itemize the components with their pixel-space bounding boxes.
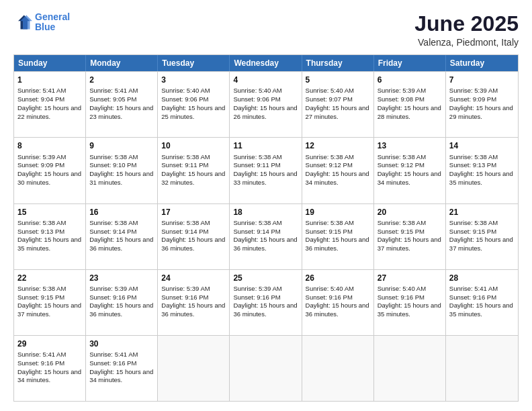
day-19: 19 Sunrise: 5:38 AM Sunset: 9:15 PM Dayl…: [302, 204, 374, 269]
day-12: 12 Sunrise: 5:38 AM Sunset: 9:12 PM Dayl…: [302, 138, 374, 203]
header-wednesday: Wednesday: [230, 55, 302, 71]
day-18: 18 Sunrise: 5:38 AM Sunset: 9:14 PM Dayl…: [230, 204, 302, 269]
day-24: 24 Sunrise: 5:39 AM Sunset: 9:16 PM Dayl…: [158, 270, 230, 335]
empty-cell-3: [302, 336, 374, 401]
logo: General Blue: [13, 12, 70, 33]
week-5: 29 Sunrise: 5:41 AM Sunset: 9:16 PM Dayl…: [14, 335, 518, 401]
day-21: 21 Sunrise: 5:38 AM Sunset: 9:15 PM Dayl…: [446, 204, 518, 269]
logo-text: General Blue: [35, 12, 70, 33]
header: General Blue June 2025 Valenza, Piedmont…: [13, 12, 519, 48]
day-26: 26 Sunrise: 5:40 AM Sunset: 9:16 PM Dayl…: [302, 270, 374, 335]
day-5: 5 Sunrise: 5:40 AM Sunset: 9:07 PM Dayli…: [302, 72, 374, 137]
day-17: 17 Sunrise: 5:38 AM Sunset: 9:14 PM Dayl…: [158, 204, 230, 269]
day-10: 10 Sunrise: 5:38 AM Sunset: 9:11 PM Dayl…: [158, 138, 230, 203]
day-11: 11 Sunrise: 5:38 AM Sunset: 9:11 PM Dayl…: [230, 138, 302, 203]
day-6: 6 Sunrise: 5:39 AM Sunset: 9:08 PM Dayli…: [374, 72, 446, 137]
header-tuesday: Tuesday: [158, 55, 230, 71]
day-29: 29 Sunrise: 5:41 AM Sunset: 9:16 PM Dayl…: [14, 336, 86, 401]
header-monday: Monday: [86, 55, 158, 71]
empty-cell-5: [446, 336, 518, 401]
header-thursday: Thursday: [302, 55, 374, 71]
day-16: 16 Sunrise: 5:38 AM Sunset: 9:14 PM Dayl…: [86, 204, 158, 269]
day-2: 2 Sunrise: 5:41 AM Sunset: 9:05 PM Dayli…: [86, 72, 158, 137]
day-20: 20 Sunrise: 5:38 AM Sunset: 9:15 PM Dayl…: [374, 204, 446, 269]
empty-cell-1: [158, 336, 230, 401]
day-22: 22 Sunrise: 5:38 AM Sunset: 9:15 PM Dayl…: [14, 270, 86, 335]
day-23: 23 Sunrise: 5:39 AM Sunset: 9:16 PM Dayl…: [86, 270, 158, 335]
logo-line2: Blue: [35, 21, 55, 32]
title-section: June 2025 Valenza, Piedmont, Italy: [414, 12, 519, 48]
empty-cell-2: [230, 336, 302, 401]
calendar-header: Sunday Monday Tuesday Wednesday Thursday…: [14, 55, 518, 71]
week-1: 1 Sunrise: 5:41 AM Sunset: 9:04 PM Dayli…: [14, 71, 518, 137]
day-27: 27 Sunrise: 5:40 AM Sunset: 9:16 PM Dayl…: [374, 270, 446, 335]
day-13: 13 Sunrise: 5:38 AM Sunset: 9:12 PM Dayl…: [374, 138, 446, 203]
day-30: 30 Sunrise: 5:41 AM Sunset: 9:16 PM Dayl…: [86, 336, 158, 401]
header-friday: Friday: [374, 55, 446, 71]
header-saturday: Saturday: [446, 55, 518, 71]
day-7: 7 Sunrise: 5:39 AM Sunset: 9:09 PM Dayli…: [446, 72, 518, 137]
day-15: 15 Sunrise: 5:38 AM Sunset: 9:13 PM Dayl…: [14, 204, 86, 269]
day-8: 8 Sunrise: 5:39 AM Sunset: 9:09 PM Dayli…: [14, 138, 86, 203]
day-1: 1 Sunrise: 5:41 AM Sunset: 9:04 PM Dayli…: [14, 72, 86, 137]
week-4: 22 Sunrise: 5:38 AM Sunset: 9:15 PM Dayl…: [14, 269, 518, 335]
day-3: 3 Sunrise: 5:40 AM Sunset: 9:06 PM Dayli…: [158, 72, 230, 137]
header-sunday: Sunday: [14, 55, 86, 71]
day-28: 28 Sunrise: 5:41 AM Sunset: 9:16 PM Dayl…: [446, 270, 518, 335]
page: General Blue June 2025 Valenza, Piedmont…: [0, 0, 532, 411]
subtitle: Valenza, Piedmont, Italy: [414, 37, 519, 48]
logo-icon: [13, 13, 32, 32]
week-3: 15 Sunrise: 5:38 AM Sunset: 9:13 PM Dayl…: [14, 203, 518, 269]
empty-cell-4: [374, 336, 446, 401]
week-2: 8 Sunrise: 5:39 AM Sunset: 9:09 PM Dayli…: [14, 137, 518, 203]
main-title: June 2025: [414, 12, 519, 36]
calendar: Sunday Monday Tuesday Wednesday Thursday…: [13, 54, 519, 402]
day-14: 14 Sunrise: 5:38 AM Sunset: 9:13 PM Dayl…: [446, 138, 518, 203]
logo-line1: General: [35, 11, 70, 22]
day-9: 9 Sunrise: 5:38 AM Sunset: 9:10 PM Dayli…: [86, 138, 158, 203]
day-25: 25 Sunrise: 5:39 AM Sunset: 9:16 PM Dayl…: [230, 270, 302, 335]
day-4: 4 Sunrise: 5:40 AM Sunset: 9:06 PM Dayli…: [230, 72, 302, 137]
